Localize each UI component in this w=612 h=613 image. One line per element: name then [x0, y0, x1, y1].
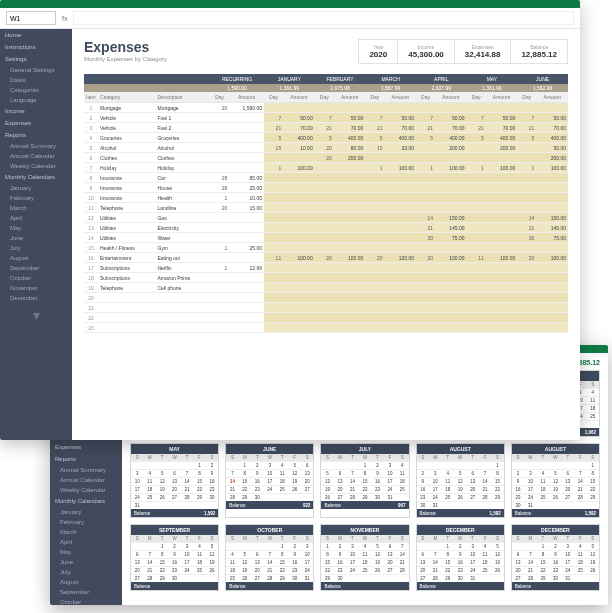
sidebar-item-march[interactable]: March [0, 203, 72, 213]
sidebar-item-april[interactable]: April [0, 213, 72, 223]
sidebar-item-reports[interactable]: Reports [50, 453, 122, 465]
table-row[interactable]: 5AlcoholAlcohol1510.002080.001533.00200.… [84, 143, 568, 153]
sidebar-item-categories[interactable]: Categories [0, 85, 72, 95]
summary-income: Income45,300.00 [397, 40, 454, 63]
sidebar-item-october[interactable]: October [0, 273, 72, 283]
sidebar-item-reports[interactable]: Reports [0, 129, 72, 141]
data-grid[interactable]: RECURRINGJANUARYFEBRUARYMARCHAPRILMAYJUN… [84, 74, 568, 435]
sidebar-item-expenses[interactable]: Expenses [0, 117, 72, 129]
window-accent-bar [0, 0, 580, 8]
table-row[interactable]: 19TelephoneCell phone [84, 283, 568, 293]
table-row[interactable]: 12UtilitiesGas14150.0014150.00 [84, 213, 568, 223]
sidebar-item-instructions[interactable]: Instructions [0, 41, 72, 53]
sidebar-item-expenses[interactable]: Expenses [50, 441, 122, 453]
calendar-july[interactable]: JULYSMTWTFS12345678910111213141516171819… [320, 443, 409, 518]
sidebar-item-august[interactable]: August [50, 577, 122, 587]
table-row[interactable]: 14UtilitiesWater3075.003075.00 [84, 233, 568, 243]
sidebar-item-march[interactable]: March [50, 527, 122, 537]
table-row[interactable]: 3VehicleFuel 22170.002170.002170.002170.… [84, 123, 568, 133]
table-row[interactable]: 13UtilitiesElectricity21145.0021145.00 [84, 223, 568, 233]
sidebar-item-monthly-calendars[interactable]: Monthly Calendars [50, 495, 122, 507]
sidebar-item-november[interactable]: November [0, 283, 72, 293]
table-row[interactable]: 1MortgageMortgage201,590.00 [84, 103, 568, 113]
table-row[interactable]: 18SubscriptionsAmazon Prime [84, 273, 568, 283]
sidebar-item-may[interactable]: May [0, 223, 72, 233]
table-row[interactable]: 2VehicleFuel 1750.00750.00750.00750.0075… [84, 113, 568, 123]
sidebar-item-august[interactable]: August [0, 253, 72, 263]
chevron-down-icon[interactable]: ▾ [0, 307, 72, 323]
table-row[interactable]: 11TelephoneLandline2015.00 [84, 203, 568, 213]
table-row[interactable]: 15Health / FitnessGym125.00 [84, 243, 568, 253]
sidebar-item-october[interactable]: October [50, 597, 122, 605]
sidebar-item-annual-summary[interactable]: Annual Summary [0, 141, 72, 151]
table-row[interactable]: 10InsuranceHealth110.00 [84, 193, 568, 203]
sidebar-item-february[interactable]: February [0, 193, 72, 203]
sidebar-item-settings[interactable]: Settings [0, 53, 72, 65]
sidebar-item-april[interactable]: April [50, 537, 122, 547]
table-row[interactable]: 4GroceriesGroceries5400.005400.005400.00… [84, 133, 568, 143]
sidebar-item-july[interactable]: July [0, 243, 72, 253]
sidebar-item-june[interactable]: June [0, 233, 72, 243]
page-title: Expenses [84, 39, 167, 55]
calendar-september[interactable]: SEPTEMBERSMTWTFS123456789101112131415161… [130, 524, 219, 591]
sidebar-item-income[interactable]: Income [0, 105, 72, 117]
calendar-december[interactable]: DECEMBERSMTWTFS1234567891011121314151617… [511, 524, 600, 591]
table-row[interactable]: 16EntertainmentEating out11100.0020100.0… [84, 253, 568, 263]
table-row[interactable]: 23 [84, 323, 568, 333]
table-row[interactable]: 22 [84, 313, 568, 323]
table-row[interactable]: 7HolidayHoliday1100.001100.001100.001100… [84, 163, 568, 173]
sidebar-item-may[interactable]: May [50, 547, 122, 557]
sidebar-item-annual-calendar[interactable]: Annual Calendar [50, 475, 122, 485]
sidebar-item-dates[interactable]: Dates [0, 75, 72, 85]
sidebar-item-january[interactable]: January [50, 507, 122, 517]
sidebar-item-january[interactable]: January [0, 183, 72, 193]
expenses-window: fx HomeInstructionsSettingsGeneral Setti… [0, 0, 580, 440]
sidebar-item-december[interactable]: December [0, 293, 72, 303]
fx-label: fx [62, 15, 67, 22]
sidebar-item-home[interactable]: Home [0, 29, 72, 41]
summary-expenses: Expenses32,414.88 [454, 40, 511, 63]
sidebar-item-annual-summary[interactable]: Annual Summary [50, 465, 122, 475]
calendar-may[interactable]: MAYSMTWTFS123456789101112131415161718192… [130, 443, 219, 518]
sidebar-item-september[interactable]: September [0, 263, 72, 273]
table-row[interactable]: 21 [84, 303, 568, 313]
table-row[interactable]: 17SubscriptionsNetflix112.99 [84, 263, 568, 273]
formula-bar: fx [0, 8, 580, 29]
table-row[interactable]: 8InsuranceCar2885.00 [84, 173, 568, 183]
formula-input[interactable] [73, 11, 574, 25]
table-row[interactable]: 20 [84, 293, 568, 303]
calendar-november[interactable]: NOVEMBERSMTWTFS1234567891011121314151617… [320, 524, 409, 591]
table-row[interactable]: 9InsuranceHouse2825.00 [84, 183, 568, 193]
name-box-input[interactable] [6, 11, 56, 25]
summary-balance: Balance12,885.12 [510, 40, 567, 63]
calendar-august[interactable]: AUGUSTSMTWTFS123456789101112131415161718… [416, 443, 505, 518]
sidebar-item-language[interactable]: Language [0, 95, 72, 105]
summary-cards: Year2020Income45,300.00Expenses32,414.88… [358, 39, 568, 64]
page-subtitle: Monthly Expenses by Category [84, 56, 167, 62]
sidebar-item-general-settings[interactable]: General Settings [0, 65, 72, 75]
sidebar-item-weekly-calendar[interactable]: Weekly Calendar [50, 485, 122, 495]
table-row[interactable]: 6ClothesClothes20200.00200.00 [84, 153, 568, 163]
calendar-june[interactable]: JUNESMTWTFS12345678910111213141516171819… [225, 443, 314, 518]
sidebar-item-annual-calendar[interactable]: Annual Calendar [0, 151, 72, 161]
sidebar-item-july[interactable]: July [50, 567, 122, 577]
calendar-october[interactable]: OCTOBERSMTWTFS12345678910111213141516171… [225, 524, 314, 591]
sidebar-nav: HomeInstructionsSettingsGeneral Settings… [0, 29, 72, 440]
sidebar-item-september[interactable]: September [50, 587, 122, 597]
sidebar-item-monthly-calendars[interactable]: Monthly Calendars [0, 171, 72, 183]
sidebar-item-february[interactable]: February [50, 517, 122, 527]
sidebar-item-weekly-calendar[interactable]: Weekly Calendar [0, 161, 72, 171]
sidebar-item-june[interactable]: June [50, 557, 122, 567]
calendar-december[interactable]: DECEMBERSMTWTFS1234567891011121314151617… [416, 524, 505, 591]
header: Expenses Monthly Expenses by Category Ye… [84, 39, 568, 64]
summary-year: Year2020 [359, 40, 397, 63]
calendar-august[interactable]: AUGUSTSMTWTFS123456789101112131415161718… [511, 443, 600, 518]
